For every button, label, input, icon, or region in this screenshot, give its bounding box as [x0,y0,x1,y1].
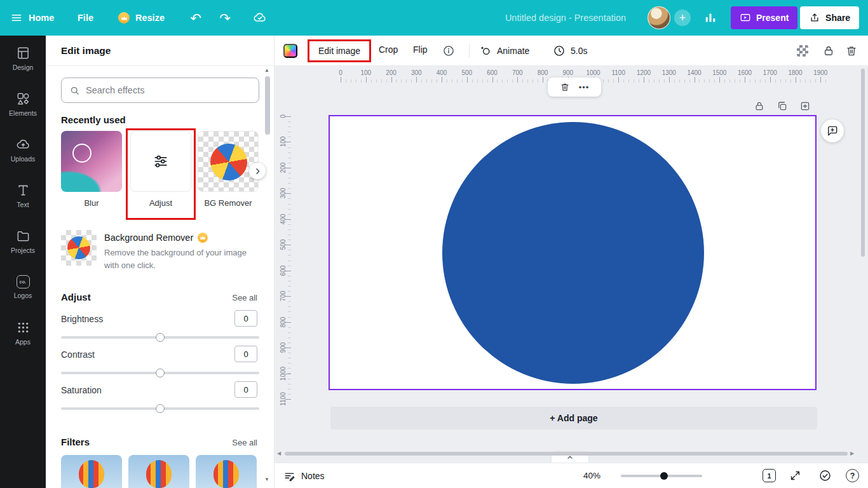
page-manager-button[interactable]: 1 [763,469,776,482]
zoom-level[interactable]: 40% [583,471,600,480]
file-button[interactable]: File [78,0,93,36]
vertical-scrollbar[interactable] [861,69,865,257]
present-label: Present [756,13,789,23]
sidebar-item-apps[interactable]: Apps [0,310,46,356]
page-selection[interactable] [329,115,817,390]
elements-icon [16,92,31,106]
redo-button[interactable]: ↷ [216,9,234,27]
avatar[interactable] [648,6,670,29]
adjust-thumbnail[interactable] [130,131,191,192]
page-lock-icon[interactable] [754,100,765,112]
bg-remover-thumbnail[interactable] [198,131,259,192]
horizontal-scrollbar[interactable] [285,452,848,456]
color-picker-button[interactable] [283,44,297,58]
flip-button[interactable]: Flip [413,44,428,55]
edit-image-button[interactable]: Edit image [318,46,360,56]
context-toolbar: Edit image Crop Flip Animate 5.0s [275,36,868,66]
filter-thumbnail[interactable] [128,455,189,488]
annotation-highlight-edit-image: Edit image [308,39,371,62]
contrast-value-input[interactable] [234,346,257,362]
duplicate-page-icon[interactable] [776,100,788,112]
balloon-image [214,460,239,488]
duration-value: 5.0s [571,46,587,56]
sidebar-item-label: Elements [9,109,37,117]
saturation-slider-knob[interactable] [156,404,165,413]
folder-icon [16,229,31,243]
add-page-icon[interactable] [799,100,811,112]
add-member-button[interactable]: + [674,10,691,26]
text-icon [16,183,31,198]
sidebar-item-uploads[interactable]: Uploads [0,127,46,173]
contrast-slider-knob[interactable] [156,369,165,377]
filter-thumbnail[interactable] [196,455,257,488]
sidebar-item-projects[interactable]: Projects [0,219,46,264]
transparency-icon[interactable] [797,45,808,57]
fullscreen-icon[interactable] [789,470,801,482]
add-page-button[interactable]: + Add page [330,407,817,430]
search-box[interactable] [61,78,259,103]
circle-element[interactable] [442,122,704,384]
sidebar: Design Elements Uploads Text Projects co… [0,36,46,488]
search-input[interactable] [86,85,251,95]
sidebar-item-elements[interactable]: Elements [0,81,46,127]
sidebar-item-text[interactable]: Text [0,173,46,219]
sidebar-item-design[interactable]: Design [0,36,46,81]
effect-card-blur[interactable]: Blur [61,131,122,208]
brightness-value-input[interactable] [234,310,257,327]
ruler-h-label: 500 [461,69,472,76]
add-comment-button[interactable] [821,119,844,142]
undo-button[interactable]: ↶ [187,9,205,27]
brightness-slider[interactable] [61,336,259,339]
share-button[interactable]: Share [800,6,859,29]
adjust-see-all-link[interactable]: See all [232,293,257,302]
contrast-slider[interactable] [61,372,259,374]
adjust-section-title: Adjust [61,292,91,302]
floating-element-toolbar: ••• [548,78,601,97]
background-remover-description: Remove the background of your image with… [104,247,248,271]
design-title[interactable]: Untitled design - Presentation [505,0,626,36]
filter-thumbnail[interactable] [61,455,122,488]
brightness-label: Brightness [61,314,103,324]
saturation-value-input[interactable] [234,381,257,398]
present-button[interactable]: Present [731,6,797,29]
duration-button[interactable]: 5.0s [553,42,587,60]
scroll-down-arrow[interactable]: ▼ [264,477,269,482]
sidebar-item-logos[interactable]: co. Logos [0,264,46,310]
ruler-h-label: 200 [386,69,397,76]
notes-button[interactable]: Notes [283,467,325,485]
ruler-v-label: 700 [280,291,287,302]
info-icon[interactable] [442,44,455,57]
zoom-slider[interactable] [621,475,702,477]
status-check-icon[interactable] [818,469,832,482]
ruler-h-label: 1600 [738,69,752,76]
background-remover-row[interactable]: Background Remover Remove the background… [61,230,263,271]
resize-button[interactable]: Resize [118,0,165,36]
insights-icon[interactable] [703,11,717,25]
help-button[interactable]: ? [846,469,859,482]
scroll-right-arrow[interactable]: ▶ [850,451,854,456]
effect-card-adjust[interactable]: Adjust [130,131,191,208]
animate-icon [479,44,492,57]
scroll-left-arrow[interactable]: ◀ [277,451,281,456]
notes-label: Notes [301,471,325,481]
ruler-v-label: 0 [280,114,287,118]
more-options-icon[interactable]: ••• [579,83,590,92]
ruler-h-label: 1400 [687,69,701,76]
blur-thumbnail[interactable] [61,131,122,192]
home-button[interactable]: Home [10,0,54,36]
brightness-slider-knob[interactable] [156,333,165,342]
crop-button[interactable]: Crop [379,44,398,55]
panel-scrollbar[interactable] [265,76,270,135]
zoom-slider-knob[interactable] [660,472,668,480]
blur-ring-icon [72,144,92,163]
saturation-slider[interactable] [61,407,259,410]
scroll-up-arrow[interactable]: ▲ [264,67,269,73]
delete-element-icon[interactable] [560,82,570,92]
sidebar-item-label: Apps [15,338,31,346]
scroll-right-button[interactable] [249,163,266,179]
ruler-v-label: 300 [280,188,287,199]
filters-see-all-link[interactable]: See all [232,438,257,447]
delete-icon[interactable] [845,44,858,57]
lock-icon[interactable] [822,44,835,57]
animate-button[interactable]: Animate [479,42,529,60]
